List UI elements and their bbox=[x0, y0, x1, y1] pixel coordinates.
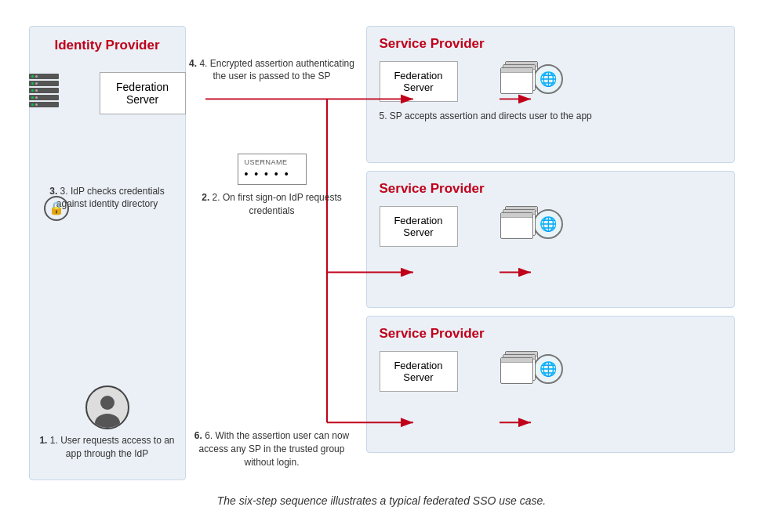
browser-stack-2 bbox=[500, 206, 540, 242]
sp3-server-box: FederationServer bbox=[380, 351, 458, 392]
globe-icon-1: 🌐 bbox=[533, 64, 563, 94]
lock-icon: 🔒 bbox=[44, 196, 69, 221]
login-box: USERNAME • • • • • bbox=[238, 154, 307, 185]
step2-label: 2. 2. On first sign-on IdP requests cred… bbox=[186, 191, 358, 218]
user-avatar bbox=[85, 385, 129, 429]
sp2-inner: FederationServer 🌐 bbox=[380, 203, 725, 250]
diagram-wrapper: Identity Provider FederationServer bbox=[13, 10, 750, 523]
sp3-browser-globe: 🌐 bbox=[500, 348, 563, 395]
main-layout: Identity Provider FederationServer bbox=[29, 26, 735, 480]
step1-text: 1. User requests access to an app throug… bbox=[50, 435, 175, 459]
step4-text: 4. Encrypted assertion authenticating th… bbox=[199, 58, 354, 82]
center-col: 4. 4. Encrypted assertion authenticating… bbox=[186, 26, 358, 480]
server-rack-icon bbox=[29, 74, 59, 107]
lock-icon-wrap: 🔒 bbox=[44, 196, 69, 221]
browser-stack-1 bbox=[500, 61, 540, 97]
right-col: Service Provider FederationServer bbox=[358, 26, 735, 480]
sp3-panel: Service Provider FederationServer 🌐 bbox=[366, 316, 735, 453]
step2-text: 2. On first sign-on IdP requests credent… bbox=[213, 192, 342, 216]
sp1-browser-globe: 🌐 bbox=[500, 58, 563, 105]
svg-point-12 bbox=[100, 396, 114, 410]
svg-point-13 bbox=[95, 414, 120, 428]
user-figure: 1. 1. User requests access to an app thr… bbox=[39, 385, 176, 461]
step4-label: 4. 4. Encrypted assertion authenticating… bbox=[186, 57, 358, 84]
login-section: USERNAME • • • • • 2. 2. On first sign-o… bbox=[186, 154, 358, 218]
sp3-title: Service Provider bbox=[380, 326, 725, 342]
browser-card-front2 bbox=[500, 212, 533, 239]
sp2-title: Service Provider bbox=[380, 181, 725, 197]
step6-text: 6. With the assertion user can now acces… bbox=[199, 430, 350, 468]
step2-bold: 2. bbox=[202, 192, 209, 203]
sp2-browser-globe: 🌐 bbox=[500, 203, 563, 250]
sp1-inner: FederationServer 🌐 bbox=[380, 58, 725, 105]
browser-card-front bbox=[500, 67, 533, 94]
idp-server-row: FederationServer bbox=[29, 67, 186, 114]
globe-icon-2: 🌐 bbox=[533, 209, 563, 239]
step3-text: 3. IdP checks credentials against identi… bbox=[56, 186, 165, 210]
step6-label: 6. 6. With the assertion user can now ac… bbox=[186, 429, 358, 469]
globe-icon-3: 🌐 bbox=[533, 354, 563, 384]
step4-bold: 4. bbox=[189, 58, 197, 69]
step3-bold: 3. bbox=[49, 186, 57, 197]
diagram-caption: The six-step sequence illustrates a typi… bbox=[29, 494, 735, 507]
sp1-desc: 5. SP accepts assertion and directs user… bbox=[380, 110, 725, 123]
idp-federation-server-box: FederationServer bbox=[100, 72, 186, 114]
step1-label: 1. 1. User requests access to an app thr… bbox=[39, 434, 176, 461]
idp-title: Identity Provider bbox=[54, 38, 159, 53]
idp-panel: Identity Provider FederationServer bbox=[29, 26, 186, 480]
password-dots: • • • • • bbox=[245, 168, 300, 180]
sp2-panel: Service Provider FederationServer 🌐 bbox=[366, 171, 735, 308]
browser-stack-3 bbox=[500, 351, 540, 387]
browser-card-front3 bbox=[500, 357, 533, 384]
step6-bold: 6. bbox=[194, 430, 202, 441]
user-body-svg bbox=[92, 393, 123, 428]
step1-bold: 1. bbox=[39, 435, 47, 446]
sp1-panel: Service Provider FederationServer bbox=[366, 26, 735, 163]
idp-server-label: FederationServer bbox=[116, 81, 169, 106]
sp3-inner: FederationServer 🌐 bbox=[380, 348, 725, 395]
sp1-server-box: FederationServer bbox=[380, 61, 458, 102]
username-label: USERNAME bbox=[245, 158, 300, 166]
sp1-title: Service Provider bbox=[380, 36, 725, 52]
sp2-server-box: FederationServer bbox=[380, 206, 458, 247]
